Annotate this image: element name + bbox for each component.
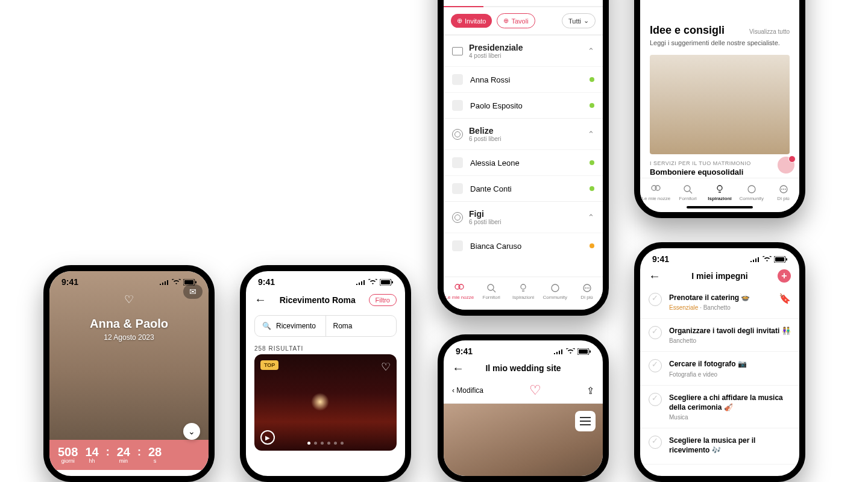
svg-point-26: [748, 186, 755, 193]
task-meta: Banchetto: [669, 337, 791, 344]
seats-free: 6 posti liberi: [469, 219, 501, 225]
tab-more[interactable]: Di più: [767, 184, 799, 201]
checkbox[interactable]: [452, 100, 463, 111]
status-dot: [590, 186, 594, 191]
guest-name: Paolo Esposito: [470, 101, 523, 110]
tab-wedding[interactable]: Le mie nozze: [444, 283, 476, 300]
battery-icon: [577, 348, 591, 355]
add-task-button[interactable]: +: [778, 269, 791, 283]
wifi-icon: [172, 279, 181, 285]
tab-inspiration[interactable]: Ispirazioni: [508, 283, 539, 300]
checkbox[interactable]: [452, 240, 463, 251]
guest-name: Bianca Caruso: [470, 242, 521, 251]
expand-button[interactable]: ⌄: [183, 423, 200, 440]
cd-days: 508: [58, 446, 78, 458]
task-row[interactable]: Scegliere la musica per il ricevimento 🎶: [640, 428, 799, 465]
guest-row[interactable]: Alessia Leone: [444, 149, 603, 175]
table-header[interactable]: Presidenziale 4 posti liberi ⌃: [444, 36, 603, 66]
table-header[interactable]: Belize 6 posti liberi ⌃: [444, 119, 603, 149]
chevron-up-icon: ⌃: [588, 213, 594, 222]
search-where[interactable]: Roma: [333, 322, 353, 330]
tab-vendors[interactable]: Fornitori: [476, 283, 508, 300]
task-checkbox[interactable]: [649, 326, 662, 339]
menu-button[interactable]: [575, 411, 596, 431]
task-checkbox[interactable]: [649, 436, 662, 449]
heart-icon: ♡: [124, 293, 134, 306]
avatars: A P: [58, 478, 84, 482]
task-checkbox[interactable]: [649, 393, 662, 406]
table-header[interactable]: Figi 6 posti liberi ⌃: [444, 202, 603, 233]
task-title: Scegliere la musica per il ricevimento 🎶: [669, 436, 791, 455]
guest-row[interactable]: Bianca Caruso: [444, 233, 603, 258]
wifi-icon: [368, 279, 377, 285]
add-table-button[interactable]: ⊕ Tavoli: [497, 13, 535, 28]
assistant-bubble[interactable]: [776, 155, 796, 175]
task-checkbox[interactable]: [649, 359, 662, 372]
svg-point-28: [781, 189, 782, 190]
phone-tables: ⊕ Invitato ⊕ Tavoli Tutti ⌄ Presidenzial…: [438, 0, 609, 316]
edit-button[interactable]: ‹ Modifica: [452, 386, 483, 395]
wedding-date: 12 Agosto 2023: [104, 333, 154, 342]
signal-icon: [356, 279, 366, 285]
result-card[interactable]: TOP ♡ ▶: [254, 354, 397, 451]
checkbox[interactable]: [452, 74, 463, 85]
table-name: Figi: [469, 209, 501, 219]
filter-button[interactable]: Filtro: [369, 294, 397, 306]
svg-point-12: [552, 284, 559, 292]
back-button[interactable]: ←: [649, 269, 661, 283]
heart-icon: ♡: [529, 383, 541, 398]
guest-name: Alessia Leone: [470, 158, 520, 167]
avatar-p: P: [69, 478, 84, 482]
back-button[interactable]: ←: [452, 362, 464, 375]
article-image[interactable]: [650, 55, 790, 154]
tab-bar: Le mie nozze Fornitori Ispirazioni Commu…: [444, 277, 603, 310]
tab-community[interactable]: Community: [735, 184, 767, 201]
table-icon: [452, 47, 463, 55]
tab-community[interactable]: Community: [539, 283, 571, 300]
wifi-icon: [566, 348, 575, 354]
bookmark-icon[interactable]: 🔖: [779, 293, 791, 311]
task-row[interactable]: Scegliere a chi affidare la musica della…: [640, 386, 799, 428]
guest-row[interactable]: Paolo Esposito: [444, 92, 603, 118]
cd-hh: 14: [85, 446, 98, 458]
svg-rect-2: [195, 281, 197, 283]
status-bar: 9:41: [49, 271, 209, 289]
view-all-link[interactable]: Visualizza tutto: [749, 28, 790, 35]
task-checkbox[interactable]: [649, 293, 662, 306]
add-guest-button[interactable]: ⊕ Invitato: [451, 14, 492, 28]
section-heading: Idee e consigli: [650, 24, 725, 37]
table-section: Presidenziale 4 posti liberi ⌃ Anna Ross…: [444, 35, 603, 118]
guest-row[interactable]: Anna Rossi: [444, 66, 603, 92]
guest-row[interactable]: Dante Conti: [444, 175, 603, 201]
favorite-icon[interactable]: ♡: [381, 360, 391, 374]
venue-info: A P 📍 Villa delle Rose 🔗 www.matrimonio.…: [49, 470, 209, 482]
tab-wedding[interactable]: Le mie nozze: [640, 184, 672, 201]
status-time: 9:41: [61, 277, 78, 287]
table-section: Figi 6 posti liberi ⌃ Bianca Caruso: [444, 201, 603, 258]
tab-inspiration[interactable]: Ispirazioni: [704, 184, 736, 201]
tab-vendors[interactable]: Fornitori: [672, 184, 704, 201]
phone-ideas: Idee e consigli Visualizza tutto Leggi i…: [634, 0, 805, 218]
task-row[interactable]: Organizzare i tavoli degli invitati 👫 Ba…: [640, 319, 799, 352]
result-count: 258 RISULTATI: [246, 342, 405, 354]
task-row[interactable]: Prenotare il catering 🍲 Essenziale · Ban…: [640, 286, 799, 319]
carousel-dots[interactable]: [254, 442, 397, 445]
guest-name: Dante Conti: [470, 184, 512, 193]
task-meta: Fotografia e video: [669, 371, 791, 378]
status-dot: [590, 160, 594, 165]
status-dot: [590, 103, 594, 108]
task-row[interactable]: Cercare il fotografo 📷 Fotografia e vide…: [640, 352, 799, 385]
checkbox[interactable]: [452, 183, 463, 194]
svg-point-16: [588, 287, 590, 289]
search-what[interactable]: Ricevimento: [276, 322, 316, 330]
filter-all[interactable]: Tutti ⌄: [562, 13, 596, 28]
status-bar: 9:41: [246, 271, 405, 289]
checkbox[interactable]: [452, 157, 463, 168]
share-icon[interactable]: ⇪: [587, 385, 594, 396]
tab-more[interactable]: Di più: [571, 283, 603, 300]
svg-rect-4: [381, 280, 390, 284]
back-button[interactable]: ←: [254, 293, 266, 307]
phone-tasks: 9:41 ← I miei impegni + Prenotare il cat…: [634, 242, 805, 482]
page-title: I miei impegni: [691, 271, 747, 281]
search-bar[interactable]: 🔍Ricevimento Roma: [254, 315, 397, 337]
